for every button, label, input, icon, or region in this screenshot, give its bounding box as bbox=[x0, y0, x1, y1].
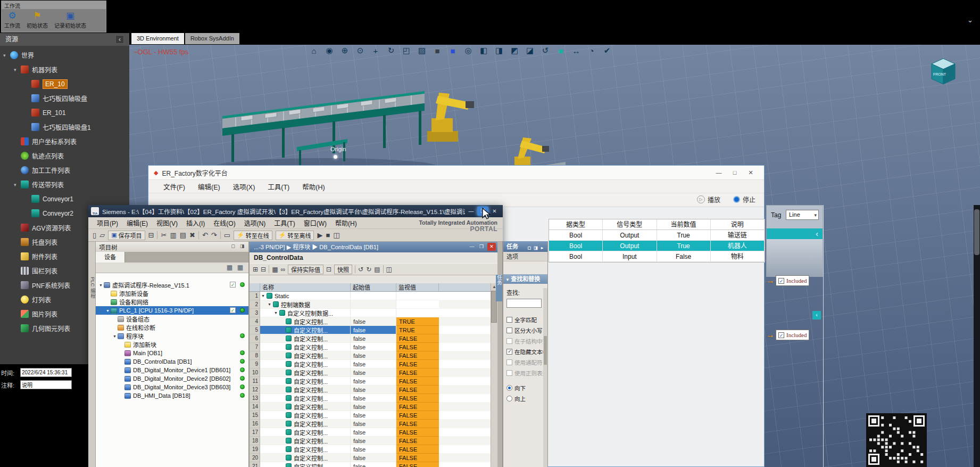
tree-item[interactable]: ▾机器列表 bbox=[0, 62, 129, 77]
go-online-button[interactable]: ⚡转至在线 bbox=[234, 231, 272, 240]
tia-menu-3[interactable]: 视图(V) bbox=[152, 218, 182, 228]
scrollbar-thumb[interactable] bbox=[974, 209, 979, 255]
db-table-row[interactable]: 17自定义控制...falseFALSE bbox=[250, 428, 497, 437]
minimize-editor-icon[interactable] bbox=[468, 243, 476, 251]
collapse-panel-icon[interactable] bbox=[533, 243, 539, 253]
project-tree-item[interactable]: Main [OB1] bbox=[96, 349, 248, 357]
view-cube[interactable]: FRONT bbox=[926, 55, 960, 89]
er-menu-2[interactable]: 编辑(E) bbox=[192, 181, 227, 193]
table-scrollbar[interactable] bbox=[491, 283, 497, 467]
stats-icon[interactable]: ✔ bbox=[602, 46, 612, 55]
delete-icon[interactable]: ✖ bbox=[189, 231, 195, 239]
tia-menu-4[interactable]: 插入(I) bbox=[182, 218, 209, 228]
db-table-row[interactable]: 4自定义控制...falseTRUE bbox=[250, 317, 497, 326]
er-menu-4[interactable]: 工具(T) bbox=[261, 181, 296, 193]
find-option[interactable]: 使用通配符 bbox=[503, 357, 547, 367]
play-icon[interactable] bbox=[697, 195, 705, 203]
er-menu-3[interactable]: 选项(X) bbox=[227, 181, 262, 193]
collapse-rows-icon[interactable]: ⊟ bbox=[261, 266, 266, 273]
project-tree-item[interactable]: ▼程序块 bbox=[96, 332, 248, 340]
project-tree-item[interactable]: 设备组态 bbox=[96, 315, 248, 323]
signal-row[interactable]: BoolOutputTrue输送链 bbox=[549, 230, 765, 241]
workflow-button-2[interactable]: ⚑初始状态 bbox=[27, 11, 48, 29]
open-project-icon[interactable]: ▱ bbox=[99, 231, 105, 239]
overview-icon[interactable] bbox=[237, 264, 243, 271]
detail-view-icon[interactable] bbox=[227, 264, 232, 271]
project-tree-item[interactable]: DB_Digital_Monitor_Device1 [DB601] bbox=[96, 366, 248, 374]
keep-values-icon[interactable]: ▦ bbox=[272, 266, 278, 273]
find-option[interactable]: 全字匹配 bbox=[503, 314, 547, 325]
db-table-row[interactable]: 5自定义控制...falseTRUE bbox=[250, 326, 497, 334]
shading-icon[interactable]: ▨ bbox=[417, 46, 427, 55]
zoom-window-icon[interactable]: ⊕ bbox=[340, 46, 350, 55]
find-replace-section-header[interactable]: 查找和替换 bbox=[503, 274, 547, 284]
view-top-icon[interactable]: ◩ bbox=[510, 46, 519, 55]
home-icon[interactable]: ⌂ bbox=[309, 46, 319, 55]
paste-icon[interactable]: ▤ bbox=[180, 231, 186, 239]
included-badge[interactable]: →✓Included bbox=[766, 329, 809, 341]
save-project-button[interactable]: ▣保存项目 bbox=[108, 231, 145, 240]
project-tree-item[interactable]: 添加新块 bbox=[96, 340, 248, 349]
rotate-icon[interactable]: ↻ bbox=[386, 46, 396, 55]
project-tree-item[interactable]: ▼虚拟调试程序-Release_V15.1✓ bbox=[96, 281, 248, 289]
db-table-row[interactable]: 16自定义控制...falseFALSE bbox=[250, 420, 497, 428]
db-table-row[interactable]: 19自定义控制...falseFALSE bbox=[250, 445, 497, 454]
render-blue-icon[interactable]: ■ bbox=[448, 46, 458, 55]
go-offline-button[interactable]: ⚡转至离线 bbox=[276, 231, 314, 240]
db-table-row[interactable]: 8自定义控制...falseFALSE bbox=[250, 351, 497, 360]
distance-icon[interactable]: ↔ bbox=[571, 46, 581, 55]
direction-option[interactable]: 向上 bbox=[503, 393, 547, 404]
cross-reference-icon[interactable]: ◫ bbox=[333, 231, 339, 239]
tab-robox-sysaddin[interactable]: Robox SysAddIn bbox=[185, 33, 239, 44]
project-tree-item[interactable]: DB_ControlData [DB1] bbox=[96, 357, 248, 366]
project-tree-item[interactable]: DB_Digital_Monitor_Device2 [DB602] bbox=[96, 374, 248, 383]
clock-icon[interactable]: ◔ bbox=[587, 46, 596, 55]
tree-item[interactable]: ▾传送带列表 bbox=[0, 177, 129, 192]
stop-cpu-icon[interactable]: ■ bbox=[326, 231, 330, 239]
view-left-icon[interactable]: ◧ bbox=[479, 46, 488, 55]
panel-scrollbar[interactable] bbox=[543, 288, 547, 467]
scrollbar-thumb[interactable] bbox=[544, 336, 547, 365]
er-menu-1[interactable]: 文件(F) bbox=[157, 181, 192, 193]
stop-icon[interactable] bbox=[733, 196, 740, 203]
monitor-all-icon[interactable]: ∞ bbox=[280, 266, 285, 273]
view-right-icon[interactable]: ◨ bbox=[494, 46, 504, 55]
find-option[interactable]: 在子结构中查找 bbox=[503, 335, 547, 346]
project-tree-item[interactable]: ▼PLC_1 [CPU 1516-3 PN/DP]✓ bbox=[96, 306, 248, 315]
tree-item[interactable]: Conveyor1 bbox=[0, 192, 129, 206]
workflow-button-3[interactable]: ▣记录初始状态 bbox=[54, 11, 86, 29]
find-input[interactable] bbox=[506, 299, 542, 308]
er-titlebar[interactable]: ER_Factory数字化平台 bbox=[148, 166, 764, 180]
db-table-row[interactable]: 7自定义控制...falseFALSE bbox=[250, 343, 497, 351]
tree-item[interactable]: 轨迹点列表 bbox=[0, 149, 129, 163]
print-icon[interactable]: ⊟ bbox=[148, 231, 154, 239]
db-table-row[interactable]: 18自定义控制...falseFALSE bbox=[250, 437, 497, 445]
expand-panel-icon[interactable] bbox=[539, 243, 545, 253]
maximize-button[interactable] bbox=[727, 167, 743, 178]
tree-item[interactable]: 七巧板四轴吸盘 bbox=[0, 91, 129, 105]
signal-row[interactable]: BoolInputFalse物料 bbox=[549, 251, 765, 262]
fit-view-icon[interactable]: ◰ bbox=[402, 46, 411, 55]
find-option[interactable]: 区分大小写 bbox=[503, 325, 547, 335]
copy-snapshot-icon[interactable]: ↺ bbox=[358, 266, 363, 273]
tia-menu-9[interactable]: 帮助(H) bbox=[331, 218, 361, 228]
db-table-row[interactable]: 3▼自定义控制数据... bbox=[250, 309, 497, 317]
undo-icon[interactable]: ↶ bbox=[202, 231, 208, 239]
expand-rows-icon[interactable]: ⊞ bbox=[253, 266, 258, 273]
close-button[interactable] bbox=[743, 167, 759, 178]
tree-item[interactable]: ▾世界 bbox=[0, 48, 129, 62]
project-tree-item[interactable]: 在线和诊断 bbox=[96, 323, 248, 332]
time-input[interactable] bbox=[20, 368, 72, 377]
er-menu-5[interactable]: 帮助(H) bbox=[296, 181, 331, 193]
zoom-icon[interactable]: ⊙ bbox=[355, 46, 365, 55]
float-panel-icon[interactable] bbox=[526, 243, 533, 253]
line-dropdown[interactable]: Line bbox=[786, 210, 819, 220]
minimize-button[interactable]: — bbox=[466, 207, 477, 216]
find-option[interactable]: 使用正则表达式 bbox=[503, 367, 547, 378]
redo-icon[interactable]: ↷ bbox=[211, 231, 217, 239]
workflow-button-1[interactable]: ⚙工作流 bbox=[4, 11, 20, 29]
portal-side-tab[interactable]: PLC 编程 bbox=[88, 242, 96, 467]
project-tree-item[interactable]: 设备和网络 bbox=[96, 298, 248, 306]
collapsed-panel-bar[interactable] bbox=[767, 228, 823, 239]
tia-titlebar[interactable]: Siemens - E:\【04】工作资料\【02】ER_Factory 虚拟调… bbox=[88, 205, 503, 217]
